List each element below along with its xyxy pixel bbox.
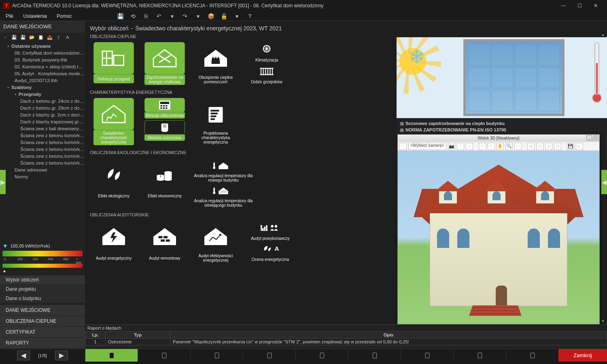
tile-efekt-econ[interactable]: $ Efekt ekonomiczny: [140, 157, 189, 209]
tile-analiza-nowy-istniejacy[interactable]: Analiza regulacji temperatury dla nowego…: [191, 157, 256, 209]
save-icon[interactable]: 💾: [116, 12, 124, 20]
tree-partition-item[interactable]: Ściana zew z betonu komórk…: [0, 160, 85, 167]
undo-icon[interactable]: ↶: [155, 12, 163, 20]
tile-audyt-remont[interactable]: Audyt remontowy: [140, 219, 189, 264]
collapse-right-arrow[interactable]: ◀: [601, 170, 607, 194]
bottom-tab-7[interactable]: [401, 349, 453, 362]
maximize-button[interactable]: ☐: [571, 0, 588, 11]
viewer-scene[interactable]: [398, 151, 599, 324]
undo-dropdown-icon[interactable]: ▾: [168, 12, 176, 20]
viewer-camera-select[interactable]: <Wybierz kamerę>: [408, 143, 446, 150]
viewer-home-icon[interactable]: ⌂: [399, 143, 407, 150]
tree-recent-item[interactable]: 03. Budynek pasywny.thb: [0, 57, 85, 63]
nav-dane-projektu[interactable]: Dane projektu: [0, 285, 85, 294]
import-icon[interactable]: 📥: [46, 34, 53, 41]
tree-partition-item[interactable]: Ściana zew z betonu komórk…: [0, 132, 85, 139]
redo-dropdown-icon[interactable]: ▾: [194, 12, 202, 20]
tile-klima-grzejniki[interactable]: Klimatyzacja Dobór grzejników: [242, 40, 291, 87]
help-icon[interactable]: ?: [246, 12, 254, 20]
close-bar-button[interactable]: Zamknij: [558, 349, 607, 362]
viewer-cam-icon[interactable]: 📷: [448, 143, 455, 150]
tree-recent-item[interactable]: 02. Kamienica + sklep (chłód).th…: [0, 63, 85, 70]
tree-partition-item[interactable]: Ściana zew z betonu komórk…: [0, 153, 85, 160]
mainnav-raporty[interactable]: RAPORTY: [0, 338, 85, 348]
viewer-max-icon[interactable]: ☐: [593, 135, 599, 141]
tile-metoda-obl[interactable]: Metoda obliczeniowa Metoda zużyciowa: [140, 96, 189, 147]
tile-efekt-eko[interactable]: Efekt ekologiczny: [89, 157, 138, 209]
tree-recent[interactable]: ▪Ostatnio używane: [0, 43, 85, 50]
viewer-shade-icon[interactable]: ◐: [576, 143, 583, 150]
collapse-icon[interactable]: ▣: [400, 127, 404, 133]
nav-dane-budynku[interactable]: Dane o budynku: [0, 294, 85, 303]
viewer-view4-icon[interactable]: ▧: [554, 143, 561, 150]
save2-icon[interactable]: 💾: [19, 34, 27, 41]
save1-icon[interactable]: 💾: [11, 34, 18, 41]
viewer-view1-icon[interactable]: ▦: [527, 143, 535, 150]
copy-icon[interactable]: ⎘: [142, 12, 150, 20]
tile-audyt-energ[interactable]: Audyt energetyczny: [89, 219, 138, 264]
open-icon[interactable]: 📂: [28, 34, 36, 41]
package-icon[interactable]: 📦: [207, 12, 215, 20]
lock-dropdown-icon[interactable]: ▾: [233, 12, 241, 20]
paste-icon[interactable]: 📋: [37, 34, 45, 41]
collapse-icon[interactable]: ▣: [400, 121, 404, 126]
tree[interactable]: ▪Ostatnio używane 08. Certyfikat dom wie…: [0, 42, 85, 181]
viewer-arrow-icon[interactable]: ↗: [457, 143, 464, 150]
tree-recent-item[interactable]: Audyt_20230713.thb: [0, 77, 85, 84]
tile-swiadectwo[interactable]: Świadectwo charakterystyki energetycznej: [89, 96, 138, 147]
bottom-tab-1[interactable]: [85, 349, 138, 362]
viewer-refresh-icon[interactable]: ⟲: [479, 143, 486, 150]
bottom-tab-5[interactable]: [295, 349, 348, 362]
tree-templates[interactable]: ▪Szablony: [0, 84, 85, 91]
tree-partition-item[interactable]: Dach z blachy gr. 2cm z docie…: [0, 112, 85, 119]
viewer-zoom-icon[interactable]: 🔍: [505, 143, 513, 150]
tree-partitions[interactable]: ▪Przegrody: [0, 91, 85, 98]
bottom-tab-6[interactable]: [348, 349, 401, 362]
bottom-tab-4[interactable]: [243, 349, 295, 362]
close-button[interactable]: ✕: [588, 0, 604, 11]
tree-adres[interactable]: Dane adresowe: [0, 167, 85, 174]
viewer-wand-icon[interactable]: ✦: [466, 143, 473, 150]
tile-obciazenie[interactable]: Obciążenie cieplne pomieszczeń: [191, 40, 240, 87]
viewer-plane-icon[interactable]: ✈: [488, 143, 495, 150]
lock-icon[interactable]: 🔒: [220, 12, 228, 20]
tree-partition-item[interactable]: Ściana zew z betonu komórk…: [0, 146, 85, 153]
scroll-up-icon[interactable]: ▲: [601, 32, 605, 37]
tree-partition-item[interactable]: Dach z betonu gr. 24cm z do…: [0, 98, 85, 105]
tile-definicje-przegrod[interactable]: Definicje przegród: [89, 40, 138, 87]
mainnav-dane[interactable]: DANE WEJŚCIOWE: [0, 305, 85, 315]
bottom-tab-9[interactable]: [506, 349, 558, 362]
viewer-title[interactable]: Widok 3D [Nieaktywny] _ ☐: [398, 135, 599, 142]
tile-projektowana[interactable]: Projektowana charakterystyka energetyczn…: [191, 96, 240, 147]
tile-audyt-efekt[interactable]: Audyt efektywności energetycznej: [191, 219, 240, 264]
font-icon[interactable]: A: [64, 34, 71, 41]
redo-icon[interactable]: ↷: [181, 12, 189, 20]
viewer-view3-icon[interactable]: ▤: [545, 143, 552, 150]
new-icon[interactable]: ▫: [2, 34, 9, 41]
tile-audyt-powykon-ocena[interactable]: Audyt powykonawczy A Ocena energetyczna: [242, 219, 299, 264]
viewer-3d-window[interactable]: Widok 3D [Nieaktywny] _ ☐ ⌂ <Wybierz kam…: [397, 134, 600, 324]
collapse-left-arrow[interactable]: ▶: [0, 170, 6, 194]
viewer-fit-icon[interactable]: ◱: [514, 143, 522, 150]
mainnav-certyfikat[interactable]: CERTYFIKAT: [0, 327, 85, 337]
refresh-icon[interactable]: ⟲: [129, 12, 137, 20]
report-row[interactable]: 1 Ostrzeżenie Parametr "Współczynnik prz…: [85, 339, 607, 345]
tree-partition-item[interactable]: Ściana zew z betonu komórk…: [0, 139, 85, 146]
menu-ustawienia[interactable]: Ustawienia: [21, 13, 49, 20]
viewer-hand-icon[interactable]: ✋: [497, 143, 504, 150]
tree-partition-item[interactable]: Dach z blachy trapezowej gr…: [0, 119, 85, 125]
tree-normy[interactable]: Normy: [0, 174, 85, 180]
menu-pomoc[interactable]: Pomoc: [54, 13, 74, 20]
tree-recent-item[interactable]: 05. Audyt - Kompleksowa mode…: [0, 70, 85, 77]
tree-partition-item[interactable]: Dach z betonu gr. 29cm z do…: [0, 105, 85, 112]
bottom-tab-2[interactable]: [138, 349, 190, 362]
menu-plik[interactable]: Plik: [3, 13, 16, 20]
viewer-save-icon[interactable]: 💾: [567, 143, 574, 150]
tree-recent-item[interactable]: 08. Certyfikat dom wielorodzinn…: [0, 50, 85, 57]
fx-icon[interactable]: ƒ: [55, 34, 62, 41]
scroll-down-icon[interactable]: ▼: [601, 319, 605, 324]
tree-partition-item[interactable]: Ściana zew z bali drewniany…: [0, 125, 85, 132]
page-next-button[interactable]: ▶: [55, 351, 68, 360]
viewer-view2-icon[interactable]: ▥: [536, 143, 543, 150]
tile-zapotrzebowanie[interactable]: Zapotrzebowanie na energię użytkową: [140, 40, 189, 87]
